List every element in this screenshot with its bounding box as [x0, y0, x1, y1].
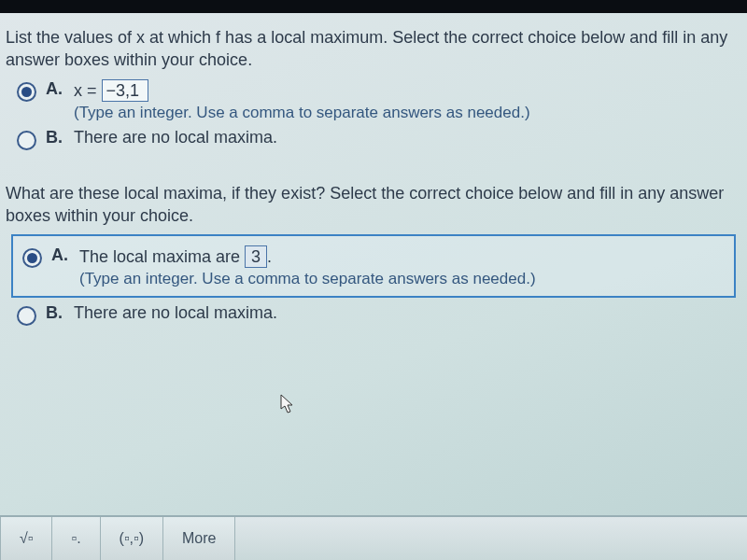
- tool-sqrt-button[interactable]: √▫: [0, 517, 52, 560]
- option-text: There are no local maxima.: [74, 303, 741, 323]
- question-panel: List the values of x at which f has a lo…: [0, 13, 747, 560]
- answer-suffix: .: [267, 247, 272, 266]
- option-letter: B.: [46, 128, 66, 147]
- answer-prefix: The local maxima are: [79, 247, 245, 266]
- option-body: x = −3,1 (Type an integer. Use a comma t…: [74, 79, 741, 122]
- answer-hint: (Type an integer. Use a comma to separat…: [74, 104, 741, 122]
- cursor-icon: [280, 394, 295, 414]
- option-letter: A.: [46, 79, 66, 99]
- tool-pair-button[interactable]: (▫,▫): [101, 517, 163, 560]
- q1-option-a[interactable]: A. x = −3,1 (Type an integer. Use a comm…: [0, 76, 747, 124]
- radio-unselected-icon[interactable]: [17, 131, 36, 150]
- q2-option-a[interactable]: A. The local maxima are 3. (Type an inte…: [17, 242, 734, 290]
- option-letter: A.: [51, 245, 72, 265]
- q2-prompt: What are these local maxima, if they exi…: [0, 169, 747, 231]
- answer-input-q1a[interactable]: −3,1: [102, 79, 148, 102]
- q1-option-b[interactable]: B. There are no local maxima.: [0, 124, 747, 152]
- radio-selected-icon[interactable]: [22, 248, 42, 268]
- math-toolbar: √▫ ▫. (▫,▫) More: [0, 515, 747, 560]
- answer-hint: (Type an integer. Use a comma to separat…: [79, 270, 728, 288]
- option-body: The local maxima are 3. (Type an integer…: [79, 245, 728, 288]
- q2-option-b[interactable]: B. There are no local maxima.: [0, 300, 747, 328]
- q2-option-a-selected-frame: A. The local maxima are 3. (Type an inte…: [11, 234, 736, 298]
- answer-input-q2a[interactable]: 3: [245, 245, 267, 268]
- answer-prefix: x =: [74, 81, 102, 100]
- tool-more-button[interactable]: More: [163, 517, 235, 560]
- option-letter: B.: [46, 303, 66, 323]
- q1-prompt: List the values of x at which f has a lo…: [0, 13, 747, 76]
- tool-decimal-button[interactable]: ▫.: [52, 517, 100, 560]
- radio-selected-icon[interactable]: [17, 82, 36, 102]
- window-top-edge: [0, 0, 747, 13]
- radio-unselected-icon[interactable]: [17, 306, 36, 326]
- option-text: There are no local maxima.: [74, 128, 741, 147]
